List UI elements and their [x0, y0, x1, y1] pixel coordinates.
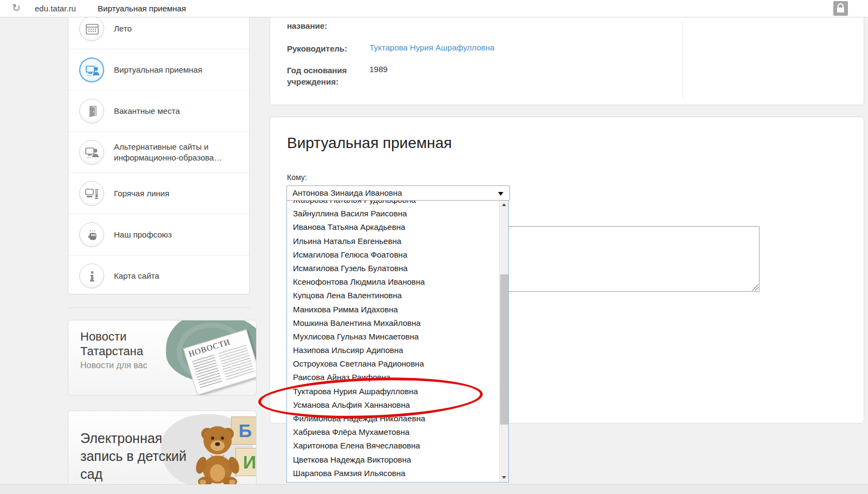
footer-strip	[0, 484, 868, 494]
info-panel-divider	[682, 22, 683, 98]
dropdown-scrollbar[interactable]	[499, 200, 508, 482]
recipient-options: Жаброва Наталья Рудольфовна Зайнуллина В…	[287, 200, 499, 480]
head-person-link[interactable]: Туктарова Нурия Ашрафулловна	[369, 43, 494, 52]
dropdown-option[interactable]: Исмагилова Гузель Булатовна	[287, 261, 499, 275]
sidebar-item-hotline[interactable]: Горячая линия	[68, 172, 249, 214]
scrollbar-thumb[interactable]	[500, 274, 508, 425]
dropdown-option[interactable]: Исмагилова Гелюса Фоатовна	[287, 248, 499, 261]
dropdown-option[interactable]: Хабриева Флёра Мухаметовна	[287, 425, 499, 439]
sidebar-item-label: Горячая линия	[114, 188, 238, 199]
resize-grip-icon[interactable]	[752, 284, 758, 291]
sidebar-item-label: Наш профсоюз	[114, 229, 238, 240]
page-title: Виртуальная приемная	[287, 134, 452, 152]
recipient-select[interactable]: Антонова Зинаида Ивановна	[286, 185, 510, 201]
head-label: Руководитель:	[287, 43, 347, 54]
fist-icon	[79, 222, 104, 247]
info-icon	[79, 264, 104, 288]
browser-url[interactable]: edu.tatar.ru	[35, 4, 76, 13]
monitor-kiosk-icon	[79, 181, 104, 206]
browser-page-title: Виртуальная приемная	[98, 4, 186, 13]
sidebar-item-union[interactable]: Наш профсоюз	[68, 214, 249, 255]
kindergarten-banner[interactable]: Б И Электронная запись в д	[68, 410, 257, 486]
news-banner[interactable]: НОВОСТИ Новости Татарстана Новости для в…	[68, 320, 257, 396]
dropdown-option[interactable]: Иванова Татьяна Аркадьевна	[287, 220, 499, 234]
scroll-down-button[interactable]	[500, 473, 509, 482]
browser-toolbar: edu.tatar.ru Виртуальная приемная	[0, 0, 868, 17]
arrow-down-icon	[502, 476, 506, 479]
sidebar-item-label: Лето	[114, 23, 238, 34]
monitor-person-icon	[79, 140, 104, 165]
sidebar-menu-card: Лето Виртуальная приемная Вакантные мест…	[68, 8, 250, 294]
chevron-down-icon	[498, 192, 503, 196]
dropdown-option[interactable]: Ксенофонтова Людмила Ивановна	[287, 275, 499, 288]
scroll-up-button[interactable]	[500, 200, 509, 209]
calendar-icon	[79, 16, 104, 41]
founding-year-value: 1989	[369, 65, 387, 74]
dropdown-option[interactable]: Назипова Ильсияр Адиповна	[287, 343, 499, 357]
sidebar-item-alternative-sites[interactable]: Альтернативные сайты и информационно-обр…	[68, 131, 249, 172]
dropdown-option[interactable]: Цветкова Надежда Викторовна	[287, 453, 499, 466]
sidebar-item-label: Вакантные места	[114, 106, 238, 117]
kindergarten-banner-title: Электронная запись в детский сад	[80, 429, 205, 483]
sidebar-item-label: Альтернативные сайты и информационно-обр…	[114, 142, 238, 163]
monitor-person-icon	[79, 57, 104, 82]
dropdown-option[interactable]: Туктарова Нурия Ашрафулловна	[287, 384, 499, 398]
dropdown-option[interactable]: Усманова Альфия Ханнановна	[287, 398, 499, 412]
dropdown-option[interactable]: Остроухова Светлана Радионовна	[287, 357, 499, 370]
dropdown-option[interactable]: Зайнуллина Василя Раисовна	[287, 207, 499, 220]
dropdown-option[interactable]: Манихова Римма Идаховна	[287, 303, 499, 316]
sidebar-item-label: Виртуальная приемная	[114, 65, 238, 75]
dropdown-option[interactable]: Ильина Наталья Евгеньевна	[287, 234, 499, 248]
sidebar-item-label: Карта сайта	[114, 271, 238, 281]
news-banner-title: Новости Татарстана	[80, 329, 156, 358]
reload-icon[interactable]	[10, 2, 23, 15]
recipient-select-value: Антонова Зинаида Ивановна	[292, 188, 402, 197]
open-door-icon	[79, 99, 104, 124]
screenshot-stage: Лето Виртуальная приемная Вакантные мест…	[0, 0, 868, 494]
dropdown-option[interactable]: Мухлисова Гульназ Минсаетовна	[287, 330, 499, 343]
sidebar-item-vacancies[interactable]: Вакантные места	[68, 90, 249, 131]
lock-icon[interactable]	[833, 1, 848, 16]
dropdown-option[interactable]: Харитонова Елена Вячеславовна	[287, 439, 499, 452]
sidebar-divider	[68, 307, 250, 308]
name-label: название:	[287, 20, 327, 31]
arrow-up-icon	[502, 203, 506, 206]
recipient-dropdown-list: Жаброва Наталья Рудольфовна Зайнуллина В…	[286, 200, 509, 483]
dropdown-option[interactable]: Шарапова Рамзия Ильясовна	[287, 466, 499, 480]
founding-year-label: Год основания учреждения:	[287, 65, 374, 87]
news-banner-subtitle: Новости для вас	[80, 361, 147, 370]
recipient-label: Кому:	[287, 173, 307, 182]
sidebar-item-virtual-reception[interactable]: Виртуальная приемная	[68, 49, 249, 90]
dropdown-option[interactable]: Филимонова Надежда Николаевна	[287, 412, 499, 425]
dropdown-option[interactable]: Раисова Айназ Раифовна	[287, 370, 499, 384]
dropdown-option[interactable]: Купцова Лена Валентиновна	[287, 288, 499, 302]
dropdown-option[interactable]: Мошкина Валентина Михайловна	[287, 316, 499, 330]
sidebar-item-sitemap[interactable]: Карта сайта	[68, 255, 249, 296]
